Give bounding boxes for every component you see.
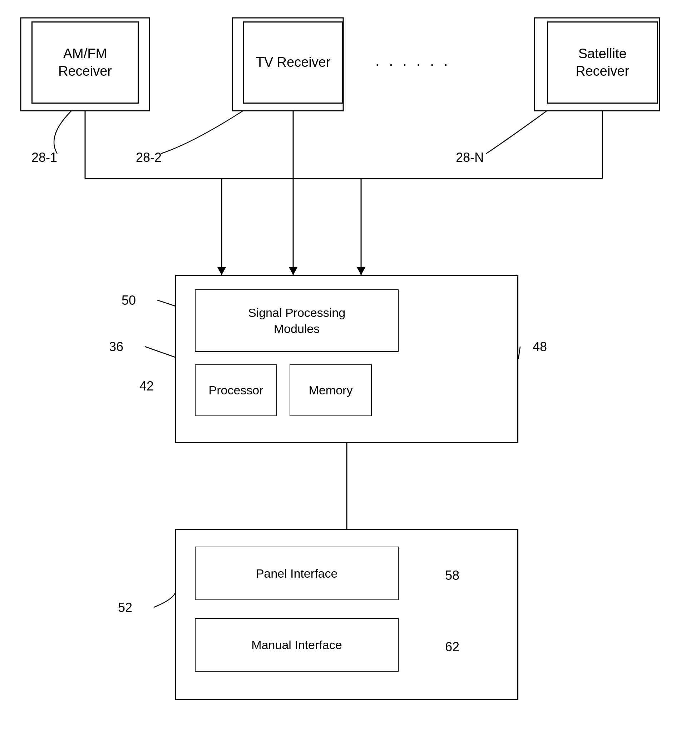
manual-interface-box: Manual Interface bbox=[195, 618, 399, 672]
label-58: 58 bbox=[445, 568, 459, 583]
signal-processing-label: Signal ProcessingModules bbox=[248, 305, 346, 336]
svg-marker-4 bbox=[268, 266, 276, 275]
satellite-receiver-label: SatelliteReceiver bbox=[576, 45, 629, 81]
manual-interface-label: Manual Interface bbox=[251, 637, 342, 653]
svg-marker-20 bbox=[357, 267, 365, 275]
label-62: 62 bbox=[445, 640, 459, 654]
processor-box: Processor bbox=[195, 364, 277, 416]
satellite-receiver-box: SatelliteReceiver bbox=[547, 21, 658, 104]
signal-processing-modules-box: Signal ProcessingModules bbox=[195, 289, 399, 352]
memory-box: Memory bbox=[290, 364, 372, 416]
label-42: 42 bbox=[140, 379, 154, 394]
panel-interface-label: Panel Interface bbox=[256, 566, 338, 581]
label-28-1: 28-1 bbox=[31, 150, 57, 165]
svg-rect-9 bbox=[0, 100, 700, 286]
diagram: AM/FMReceiver TV Receiver . . . . . . Sa… bbox=[0, 0, 700, 732]
panel-interface-box: Panel Interface bbox=[195, 547, 399, 600]
label-52: 52 bbox=[118, 600, 132, 615]
tv-receiver-box: TV Receiver bbox=[243, 21, 343, 104]
label-50: 50 bbox=[122, 293, 136, 308]
label-28-2: 28-2 bbox=[136, 150, 162, 165]
ellipsis-dots: . . . . . . bbox=[375, 53, 450, 69]
memory-label: Memory bbox=[309, 382, 353, 398]
label-28-N: 28-N bbox=[456, 150, 484, 165]
label-48: 48 bbox=[533, 339, 547, 354]
processor-label: Processor bbox=[209, 382, 263, 398]
svg-marker-8 bbox=[339, 266, 347, 275]
svg-marker-18 bbox=[289, 267, 297, 275]
tv-receiver-label: TV Receiver bbox=[256, 54, 330, 71]
label-36: 36 bbox=[109, 339, 124, 354]
amfm-receiver-label: AM/FMReceiver bbox=[58, 45, 112, 81]
amfm-receiver-box: AM/FMReceiver bbox=[31, 21, 139, 104]
svg-marker-16 bbox=[218, 267, 226, 275]
